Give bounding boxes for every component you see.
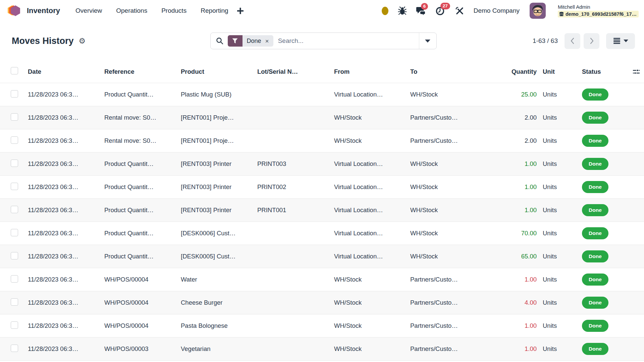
status-badge: Done: [582, 158, 608, 170]
cell-to: Partners/Custo…: [405, 137, 481, 144]
cell-to: Partners/Custo…: [405, 345, 481, 353]
presence-dot-icon[interactable]: [382, 7, 388, 15]
gear-icon[interactable]: ⚙: [79, 37, 86, 45]
bug-icon[interactable]: [398, 6, 407, 15]
row-checkbox[interactable]: [11, 229, 18, 236]
app-name[interactable]: Inventory: [27, 6, 60, 15]
header-from[interactable]: From: [328, 68, 405, 75]
search-input[interactable]: [273, 37, 419, 45]
header-product[interactable]: Product: [175, 68, 252, 75]
table-body: 11/28/2023 06:3… Product Quantit… Plasti…: [0, 83, 644, 361]
header-lot-serial[interactable]: Lot/Serial N…: [252, 68, 328, 75]
pager-previous-button[interactable]: [565, 33, 580, 49]
pager-next-button[interactable]: [584, 33, 599, 49]
row-checkbox[interactable]: [11, 275, 18, 283]
row-checkbox[interactable]: [11, 183, 18, 190]
status-badge: Done: [582, 204, 608, 216]
row-checkbox[interactable]: [11, 160, 18, 167]
messages-count-badge: 6: [421, 3, 428, 10]
table-row[interactable]: 11/28/2023 06:3… WH/POS/00003 Vegetarian…: [0, 338, 644, 361]
cell-from: Virtual Location…: [328, 160, 405, 168]
search-options-toggle[interactable]: [419, 33, 436, 49]
status-badge: Done: [582, 181, 608, 193]
header-unit[interactable]: Unit: [537, 68, 582, 75]
optional-columns-icon[interactable]: [632, 68, 644, 76]
cell-from: WH/Stock: [328, 299, 405, 306]
cell-product: Cheese Burger: [175, 299, 252, 306]
cell-date: 11/28/2023 06:3…: [22, 230, 99, 237]
tools-icon[interactable]: [455, 6, 464, 15]
plus-icon[interactable]: [237, 8, 244, 14]
table-row[interactable]: 11/28/2023 06:3… Product Quantit… [DESK0…: [0, 222, 644, 245]
avatar[interactable]: [530, 3, 546, 19]
cell-product: [DESK0006] Cust…: [175, 230, 252, 237]
database-name: demo_170_6993d21587f6_17…: [566, 11, 637, 17]
cell-status: Done: [582, 274, 632, 286]
company-switcher[interactable]: Demo Company: [474, 7, 520, 14]
table-row[interactable]: 11/28/2023 06:3… WH/POS/00004 Cheese Bur…: [0, 291, 644, 314]
table-header-row: Date Reference Product Lot/Serial N… Fro…: [0, 60, 644, 83]
cell-date: 11/28/2023 06:3…: [22, 114, 99, 121]
filter-remove-icon[interactable]: ×: [265, 38, 269, 44]
view-switcher-button[interactable]: [606, 33, 635, 49]
table-row[interactable]: 11/28/2023 06:3… WH/POS/00004 Pasta Bolo…: [0, 314, 644, 338]
cell-unit: Units: [537, 230, 582, 237]
table-row[interactable]: 11/28/2023 06:3… Product Quantit… [RENT0…: [0, 153, 644, 176]
main-menu: Overview Operations Products Reporting: [75, 7, 228, 14]
cell-unit: Units: [537, 183, 582, 191]
nav-item-products[interactable]: Products: [161, 7, 186, 14]
activities-clock-icon[interactable]: 27: [436, 6, 446, 16]
messages-icon[interactable]: 6: [416, 6, 426, 16]
cell-to: Partners/Custo…: [405, 114, 481, 121]
inventory-app-icon[interactable]: [6, 3, 22, 18]
row-checkbox[interactable]: [11, 298, 18, 306]
filter-label: Done: [247, 38, 261, 45]
cell-reference: WH/POS/00003: [99, 345, 175, 353]
table-row[interactable]: 11/28/2023 06:3… Product Quantit… [RENT0…: [0, 176, 644, 199]
header-quantity[interactable]: Quantity: [481, 68, 537, 75]
systray: 6 27 Demo Company: [382, 3, 639, 19]
header-status[interactable]: Status: [582, 68, 632, 75]
row-checkbox[interactable]: [11, 252, 18, 259]
table-row[interactable]: 11/28/2023 06:3… Product Quantit… [DESK0…: [0, 245, 644, 268]
user-name: Mitchell Admin: [558, 4, 590, 10]
row-checkbox[interactable]: [11, 345, 18, 352]
chevron-down-icon: [425, 40, 430, 43]
cell-lot-serial: PRINT001: [252, 206, 328, 214]
cell-to: WH/Stock: [405, 183, 481, 191]
row-checkbox[interactable]: [11, 321, 18, 329]
row-checkbox[interactable]: [11, 136, 18, 144]
cell-reference: WH/POS/00004: [99, 299, 175, 306]
cell-lot-serial: PRINT003: [252, 160, 328, 168]
cell-from: Virtual Location…: [328, 91, 405, 98]
table-row[interactable]: 11/28/2023 06:3… Rental move: S0… [RENT0…: [0, 106, 644, 129]
header-to[interactable]: To: [405, 68, 481, 75]
pager-range: 1-63 / 63: [533, 37, 558, 45]
header-reference[interactable]: Reference: [99, 68, 175, 75]
status-badge: Done: [582, 112, 608, 124]
cell-from: WH/Stock: [328, 276, 405, 283]
table-row[interactable]: 11/28/2023 06:3… WH/POS/00004 Water WH/S…: [0, 268, 644, 291]
cell-product: [RENT003] Printer: [175, 206, 252, 214]
cell-status: Done: [582, 227, 632, 239]
cell-unit: Units: [537, 253, 582, 260]
row-checkbox[interactable]: [11, 206, 18, 213]
cell-from: WH/Stock: [328, 322, 405, 329]
user-menu[interactable]: Mitchell Admin demo_170_6993d21587f6_17…: [558, 4, 639, 17]
cell-reference: Product Quantit…: [99, 230, 175, 237]
cell-lot-serial: PRINT002: [252, 183, 328, 191]
nav-item-operations[interactable]: Operations: [116, 7, 147, 14]
cell-date: 11/28/2023 06:3…: [22, 183, 99, 191]
header-date[interactable]: Date: [22, 68, 99, 75]
row-checkbox[interactable]: [11, 90, 18, 98]
select-all-checkbox[interactable]: [11, 67, 18, 74]
table-row[interactable]: 11/28/2023 06:3… Product Quantit… [RENT0…: [0, 199, 644, 222]
table-row[interactable]: 11/28/2023 06:3… Rental move: S0… [RENT0…: [0, 129, 644, 153]
cell-quantity: 25.00: [481, 91, 537, 98]
cell-status: Done: [582, 320, 632, 332]
table-row[interactable]: 11/28/2023 06:3… Product Quantit… Plasti…: [0, 83, 644, 106]
nav-item-reporting[interactable]: Reporting: [201, 7, 228, 14]
cell-date: 11/28/2023 06:3…: [22, 253, 99, 260]
row-checkbox[interactable]: [11, 113, 18, 121]
nav-item-overview[interactable]: Overview: [75, 7, 102, 14]
